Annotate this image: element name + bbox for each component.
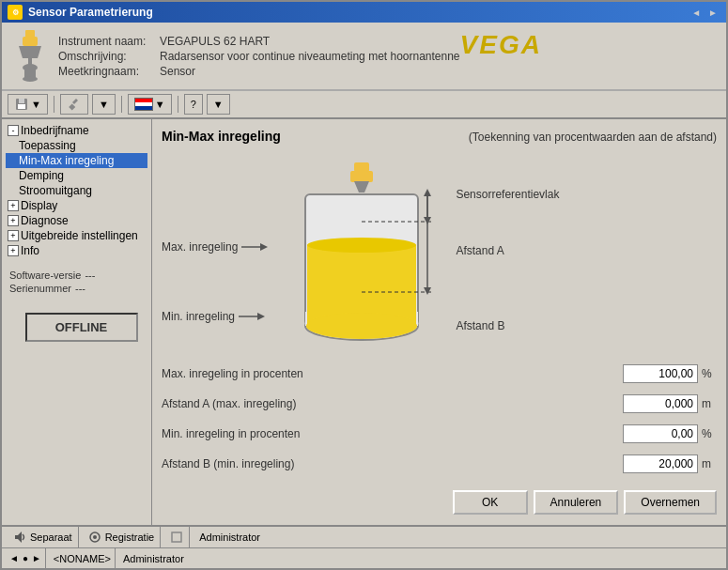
wrench-icon	[67, 97, 82, 112]
form-input-0[interactable]	[623, 364, 698, 383]
circuit-value: Sensor	[160, 65, 195, 78]
cancel-button[interactable]: Annuleren	[534, 490, 619, 515]
form-input-group-1: m	[623, 394, 717, 413]
sidebar: - Inbedrijfname Toepassing Min-Max inreg…	[2, 119, 152, 525]
status-registratie-text: Registratie	[105, 531, 155, 543]
dist-b-text: Afstand B	[456, 319, 504, 332]
status-separaat-text: Separaat	[30, 531, 72, 543]
status-admin: Administrator	[194, 527, 266, 547]
form-input-group-3: m	[623, 454, 717, 473]
form-input-group-0: %	[623, 364, 717, 383]
main-window: ⚙ Sensor Parametrierung ◄ ► Instrument n	[0, 0, 728, 570]
record-icon	[88, 531, 101, 544]
toolbar-btn-flag[interactable]: ▼	[128, 94, 172, 115]
section-title: Min-Max inregeling	[162, 129, 281, 144]
form-input-1[interactable]	[623, 394, 698, 413]
diagram-left-labels: Max. inregeling Min. inregeling	[162, 189, 268, 323]
window-icon: ⚙	[8, 5, 23, 20]
dist-a-text: Afstand A	[456, 244, 503, 257]
diagram-right-labels: Sensorreferentievlak Afstand A Afstand B	[456, 180, 559, 332]
content-area: Min-Max inregeling (Toekenning van proce…	[152, 119, 726, 525]
sensor-ref-label: Sensorreferentievlak	[456, 188, 559, 201]
circuit-label: Meetkringnaam:	[58, 65, 152, 78]
window-title: Sensor Parametrierung	[28, 6, 153, 19]
serial-label: Serienummer	[9, 283, 71, 294]
sidebar-item-inbedrijfname[interactable]: - Inbedrijfname	[6, 123, 147, 138]
diagram-area: Max. inregeling Min. inregeling	[162, 161, 717, 351]
instrument-value: VEGAPULS 62 HART	[160, 35, 270, 48]
svg-rect-8	[18, 104, 25, 109]
nav-prev[interactable]: ◄	[689, 8, 704, 18]
sidebar-item-demping[interactable]: Demping	[6, 168, 147, 183]
toolbar-btn-tools-dd[interactable]: ▼	[92, 94, 116, 115]
offline-button[interactable]: OFFLINE	[25, 313, 138, 342]
sidebar-item-uitgebreide-label: Uitgebreide instellingen	[21, 229, 138, 242]
max-label-text: Max. inregeling	[162, 240, 238, 254]
save-icon	[14, 97, 29, 112]
bottom-bar: ◄ ● ► <NONAME> Administrator	[2, 547, 726, 568]
form-unit-0: %	[702, 367, 717, 380]
form-row-2: Min. inregeling in procenten %	[162, 423, 717, 445]
bottom-admin-text: Administrator	[123, 553, 184, 564]
toolbar-btn-help-dd[interactable]: ▼	[207, 94, 230, 115]
sidebar-item-uitgebreide[interactable]: + Uitgebreide instellingen	[6, 228, 147, 243]
svg-point-23	[307, 238, 416, 253]
min-arrow-icon	[239, 310, 265, 323]
toolbar-btn-tools[interactable]	[60, 94, 88, 115]
expand-uitgebreide[interactable]: +	[8, 230, 19, 241]
form-area: Max. inregeling in procenten % Afstand A…	[162, 362, 717, 515]
sidebar-item-stroomuitgang[interactable]: Stroomuitgang	[6, 183, 147, 198]
sidebar-item-info[interactable]: + Info	[6, 243, 147, 258]
bottom-nav-next[interactable]: ►	[32, 553, 41, 563]
apply-button[interactable]: Overnemen	[624, 490, 717, 515]
tank-diagram	[277, 161, 446, 351]
bottom-nav-prev[interactable]: ◄	[9, 553, 19, 563]
sidebar-item-minmax-label: Min-Max inregeling	[19, 154, 114, 167]
status-registratie: Registratie	[83, 527, 162, 547]
software-value: ---	[85, 270, 95, 281]
sensor-ref-text: Sensorreferentievlak	[456, 188, 559, 201]
toolbar-btn-help[interactable]: ?	[184, 94, 203, 115]
svg-rect-1	[23, 37, 38, 46]
dist-a-label: Afstand A	[456, 244, 559, 257]
vega-logo: VEGA	[460, 30, 542, 60]
toolbar: ▼ ▼ ▼ ? ▼	[2, 91, 726, 119]
speaker-icon	[13, 531, 26, 544]
sidebar-item-display-label: Display	[21, 199, 57, 212]
serial-value: ---	[75, 283, 85, 294]
form-label-0: Max. inregeling in procenten	[162, 367, 623, 380]
svg-rect-34	[172, 532, 181, 542]
toolbar-btn-save[interactable]: ▼	[8, 94, 48, 115]
form-input-3[interactable]	[623, 454, 698, 473]
sidebar-item-toepassing[interactable]: Toepassing	[6, 138, 147, 153]
nav-next[interactable]: ►	[705, 8, 720, 18]
form-row-3: Afstand B (min. inregeling) m	[162, 453, 717, 475]
dist-b-label: Afstand B	[456, 319, 559, 332]
form-unit-1: m	[702, 397, 717, 410]
form-row-1: Afstand A (max. inregeling) m	[162, 393, 717, 415]
status-separaat: Separaat	[8, 527, 79, 547]
form-input-2[interactable]	[623, 424, 698, 443]
description-label: Omschrijving:	[58, 50, 152, 63]
expand-info[interactable]: +	[8, 245, 19, 256]
ok-button[interactable]: OK	[453, 490, 528, 515]
min-label: Min. inregeling	[162, 310, 268, 323]
expand-display[interactable]: +	[8, 200, 19, 211]
svg-marker-14	[257, 313, 265, 320]
button-row: OK Annuleren Overnemen	[162, 485, 717, 515]
software-label: Software-versie	[9, 270, 81, 281]
svg-marker-17	[354, 181, 369, 193]
svg-point-33	[93, 535, 97, 539]
toolbar-sep-3	[178, 96, 178, 113]
toolbar-sep-2	[121, 96, 122, 113]
form-unit-2: %	[702, 427, 717, 440]
sidebar-item-diagnose[interactable]: + Diagnose	[6, 213, 147, 228]
sidebar-item-minmax[interactable]: Min-Max inregeling	[6, 153, 147, 168]
expand-diagnose[interactable]: +	[8, 215, 19, 226]
bottom-nav-dot[interactable]: ●	[23, 553, 28, 563]
expand-inbedrijfname[interactable]: -	[8, 125, 19, 136]
form-label-1: Afstand A (max. inregeling)	[162, 397, 623, 410]
bottom-nav: ◄ ● ►	[6, 548, 46, 568]
sidebar-item-display[interactable]: + Display	[6, 198, 147, 213]
description-value: Radarsensor voor continue niveaumeting m…	[160, 50, 460, 63]
